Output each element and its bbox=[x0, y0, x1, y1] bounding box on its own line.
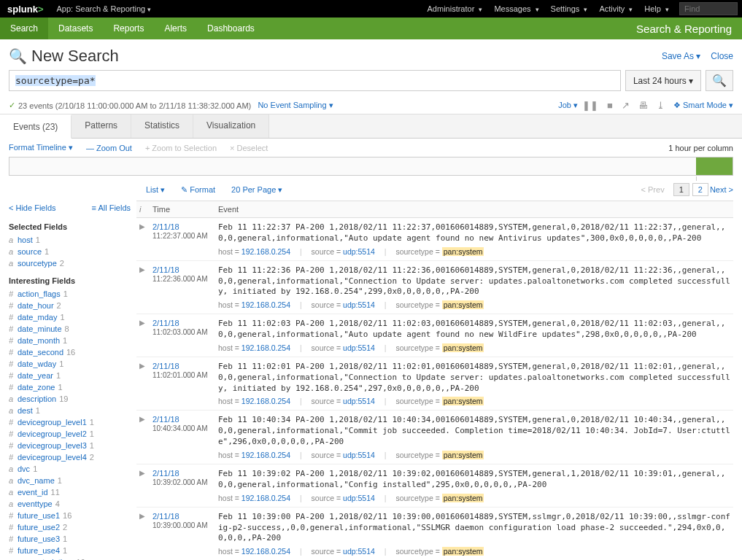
field-dvc[interactable]: advc1 bbox=[9, 463, 131, 475]
field-sourcetype[interactable]: asourcetype2 bbox=[9, 257, 131, 269]
brand-logo[interactable]: splunk> bbox=[0, 4, 51, 15]
col-event[interactable]: Event bbox=[215, 201, 733, 217]
meta-source[interactable]: udp:5514 bbox=[343, 547, 375, 556]
event-time[interactable]: 2/11/1811:22:37.000 AM bbox=[150, 221, 215, 257]
meta-host[interactable]: 192.168.0.254 bbox=[241, 343, 290, 352]
event-raw[interactable]: Feb 11 10:39:00 PA-200 1,2018/02/11 10:3… bbox=[218, 512, 730, 545]
topmenu-settings[interactable]: Settings ▾ bbox=[545, 4, 594, 13]
expand-icon[interactable]: ▶ bbox=[136, 317, 150, 354]
export-icon[interactable]: ⤓ bbox=[657, 100, 665, 111]
meta-sourcetype[interactable]: pan:system bbox=[442, 300, 484, 309]
search-button[interactable]: 🔍 bbox=[706, 70, 733, 91]
expand-icon[interactable]: ▶ bbox=[136, 264, 150, 311]
meta-host[interactable]: 192.168.0.254 bbox=[241, 247, 290, 256]
field-date_year[interactable]: #date_year1 bbox=[9, 370, 131, 381]
field-date_hour[interactable]: #date_hour2 bbox=[9, 300, 131, 311]
meta-sourcetype[interactable]: pan:system bbox=[442, 494, 484, 502]
event-raw[interactable]: Feb 11 10:39:02 PA-200 1,2018/02/11 10:3… bbox=[218, 469, 730, 491]
nav-datasets[interactable]: Datasets bbox=[48, 18, 103, 39]
field-dest[interactable]: adest1 bbox=[9, 405, 131, 416]
print-icon[interactable]: 🖶 bbox=[638, 100, 648, 111]
field-source[interactable]: asource1 bbox=[9, 246, 131, 257]
job-menu[interactable]: Job ▾ bbox=[558, 101, 578, 110]
field-future_use4[interactable]: #future_use41 bbox=[9, 545, 131, 556]
field-date_second[interactable]: #date_second16 bbox=[9, 346, 131, 358]
results-tab-visualization[interactable]: Visualization bbox=[193, 114, 269, 138]
nav-reports[interactable]: Reports bbox=[103, 18, 154, 39]
timeline-bar[interactable] bbox=[696, 158, 733, 175]
field-date_minute[interactable]: #date_minute8 bbox=[9, 323, 131, 335]
share-icon[interactable]: ↗ bbox=[622, 100, 630, 111]
field-devicegroup_level3[interactable]: #devicegroup_level31 bbox=[9, 440, 131, 451]
time-range-picker[interactable]: Last 24 hours ▾ bbox=[625, 70, 701, 91]
pause-icon[interactable]: ❚❚ bbox=[582, 100, 598, 111]
search-input[interactable]: sourcetype=pa* bbox=[9, 70, 621, 91]
meta-sourcetype[interactable]: pan:system bbox=[442, 547, 484, 556]
meta-source[interactable]: udp:5514 bbox=[343, 343, 375, 352]
meta-host[interactable]: 192.168.0.254 bbox=[241, 397, 290, 405]
field-date_mday[interactable]: #date_mday1 bbox=[9, 311, 131, 323]
results-tab-patterns[interactable]: Patterns bbox=[72, 114, 131, 138]
event-time[interactable]: 2/11/1811:02:03.000 AM bbox=[150, 317, 215, 354]
page-1[interactable]: 1 bbox=[673, 183, 689, 196]
hide-fields-link[interactable]: < Hide Fields bbox=[9, 203, 56, 212]
timeline-chart[interactable] bbox=[9, 157, 733, 176]
app-switcher[interactable]: App: Search & Reporting▾ bbox=[51, 4, 158, 13]
event-time[interactable]: 2/11/1811:02:01.000 AM bbox=[150, 360, 215, 408]
meta-source[interactable]: udp:5514 bbox=[343, 494, 375, 502]
col-time[interactable]: Time bbox=[150, 201, 215, 217]
meta-sourcetype[interactable]: pan:system bbox=[442, 247, 484, 256]
expand-icon[interactable]: ▶ bbox=[136, 510, 150, 558]
event-raw[interactable]: Feb 11 11:22:37 PA-200 1,2018/02/11 11:2… bbox=[218, 222, 730, 244]
event-time[interactable]: 2/11/1810:40:34.000 AM bbox=[150, 413, 215, 461]
event-raw[interactable]: Feb 11 11:22:36 PA-200 1,2018/02/11 11:2… bbox=[218, 265, 730, 298]
page-2[interactable]: 2 bbox=[692, 183, 708, 196]
meta-sourcetype[interactable]: pan:system bbox=[442, 343, 484, 352]
meta-host[interactable]: 192.168.0.254 bbox=[241, 547, 290, 556]
field-action_flags[interactable]: #action_flags1 bbox=[9, 288, 131, 300]
topmenu-administrator[interactable]: Administrator ▾ bbox=[422, 4, 489, 13]
expand-icon[interactable]: ▶ bbox=[136, 360, 150, 408]
results-tab-events[interactable]: Events (23) bbox=[0, 114, 72, 139]
list-mode-menu[interactable]: List ▾ bbox=[146, 185, 165, 195]
topmenu-help[interactable]: Help ▾ bbox=[638, 4, 675, 13]
all-fields-link[interactable]: ≡ All Fields bbox=[92, 203, 131, 212]
meta-source[interactable]: udp:5514 bbox=[343, 300, 375, 309]
field-future_use2[interactable]: #future_use22 bbox=[9, 521, 131, 533]
expand-icon[interactable]: ▶ bbox=[136, 413, 150, 461]
zoom-out-button[interactable]: — Zoom Out bbox=[86, 144, 132, 152]
field-host[interactable]: ahost1 bbox=[9, 234, 131, 246]
field-event_id[interactable]: aevent_id11 bbox=[9, 486, 131, 498]
nav-alerts[interactable]: Alerts bbox=[154, 18, 197, 39]
field-generated_time[interactable]: agenerated_time16 bbox=[9, 556, 131, 560]
field-date_month[interactable]: #date_month1 bbox=[9, 335, 131, 346]
event-sampling-menu[interactable]: No Event Sampling ▾ bbox=[258, 101, 333, 110]
find-input[interactable] bbox=[679, 2, 738, 15]
topmenu-messages[interactable]: Messages ▾ bbox=[488, 4, 544, 13]
nav-dashboards[interactable]: Dashboards bbox=[197, 18, 265, 39]
field-future_use3[interactable]: #future_use31 bbox=[9, 533, 131, 545]
topmenu-activity[interactable]: Activity ▾ bbox=[593, 4, 638, 13]
format-timeline-menu[interactable]: Format Timeline ▾ bbox=[9, 143, 73, 152]
meta-source[interactable]: udp:5514 bbox=[343, 397, 375, 405]
save-as-menu[interactable]: Save As ▾ bbox=[662, 51, 700, 61]
field-date_zone[interactable]: #date_zone1 bbox=[9, 381, 131, 393]
next-page[interactable]: Next > bbox=[710, 185, 733, 194]
nav-search[interactable]: Search bbox=[0, 18, 48, 39]
field-description[interactable]: adescription19 bbox=[9, 393, 131, 405]
field-future_use1[interactable]: #future_use116 bbox=[9, 510, 131, 521]
field-devicegroup_level1[interactable]: #devicegroup_level11 bbox=[9, 416, 131, 428]
field-devicegroup_level4[interactable]: #devicegroup_level42 bbox=[9, 451, 131, 463]
expand-icon[interactable]: ▶ bbox=[136, 467, 150, 504]
expand-icon[interactable]: ▶ bbox=[136, 221, 150, 257]
field-devicegroup_level2[interactable]: #devicegroup_level21 bbox=[9, 428, 131, 440]
field-date_wday[interactable]: #date_wday1 bbox=[9, 358, 131, 370]
event-time[interactable]: 2/11/1811:22:36.000 AM bbox=[150, 264, 215, 311]
meta-host[interactable]: 192.168.0.254 bbox=[241, 494, 290, 502]
field-dvc_name[interactable]: advc_name1 bbox=[9, 475, 131, 486]
results-tab-statistics[interactable]: Statistics bbox=[131, 114, 193, 138]
event-raw[interactable]: Feb 11 11:02:01 PA-200 1,2018/02/11 11:0… bbox=[218, 362, 730, 394]
meta-source[interactable]: udp:5514 bbox=[343, 451, 375, 459]
event-raw[interactable]: Feb 11 10:40:34 PA-200 1,2018/02/11 10:4… bbox=[218, 415, 730, 448]
meta-source[interactable]: udp:5514 bbox=[343, 247, 375, 256]
